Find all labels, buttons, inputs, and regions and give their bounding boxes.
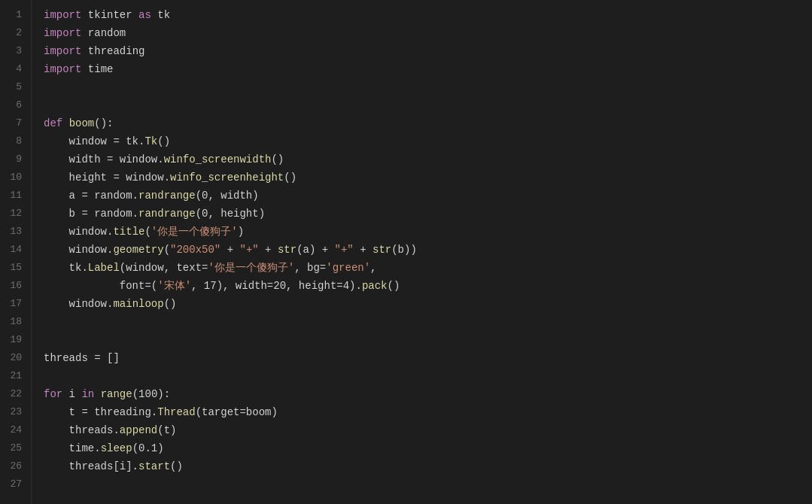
line-number: 14	[6, 241, 22, 259]
code-line	[44, 367, 812, 385]
line-number: 21	[6, 367, 22, 385]
code-line: import time	[44, 60, 812, 78]
line-number: 11	[6, 187, 22, 205]
code-line: t = threading.Thread(target=boom)	[44, 403, 812, 421]
code-line: for i in range(100):	[44, 385, 812, 403]
line-number: 15	[6, 259, 22, 277]
line-number: 24	[6, 421, 22, 439]
code-line: a = random.randrange(0, width)	[44, 187, 812, 205]
line-number: 22	[6, 385, 22, 403]
line-number: 20	[6, 349, 22, 367]
code-line: height = window.winfo_screenheight()	[44, 169, 812, 187]
line-number: 23	[6, 403, 22, 421]
line-number: 4	[6, 60, 22, 78]
code-line: threads.append(t)	[44, 421, 812, 439]
code-line: font=('宋体', 17), width=20, height=4).pac…	[44, 277, 812, 295]
line-number: 7	[6, 114, 22, 132]
line-number: 12	[6, 205, 22, 223]
line-number: 2	[6, 24, 22, 42]
line-number: 25	[6, 439, 22, 457]
code-line	[44, 331, 812, 349]
line-number: 10	[6, 169, 22, 187]
line-number: 27	[6, 475, 22, 493]
line-number: 1	[6, 6, 22, 24]
code-line: tk.Label(window, text='你是一个傻狗子', bg='gre…	[44, 259, 812, 277]
code-line: window.title('你是一个傻狗子')	[44, 223, 812, 241]
line-numbers: 1234567891011121314151617181920212223242…	[0, 0, 32, 504]
code-line: time.sleep(0.1)	[44, 439, 812, 457]
code-line	[44, 475, 812, 493]
line-number: 26	[6, 457, 22, 475]
code-line: import threading	[44, 42, 812, 60]
line-number: 3	[6, 42, 22, 60]
line-number: 18	[6, 313, 22, 331]
code-line: window.mainloop()	[44, 295, 812, 313]
code-line: def boom():	[44, 114, 812, 132]
line-number: 13	[6, 223, 22, 241]
code-line: import tkinter as tk	[44, 6, 812, 24]
code-line: width = window.winfo_screenwidth()	[44, 150, 812, 169]
code-line: b = random.randrange(0, height)	[44, 205, 812, 223]
code-line	[44, 78, 812, 96]
line-number: 16	[6, 277, 22, 295]
line-number: 17	[6, 295, 22, 313]
code-line: threads[i].start()	[44, 457, 812, 475]
code-editor: 1234567891011121314151617181920212223242…	[0, 0, 812, 504]
line-number: 19	[6, 331, 22, 349]
code-content[interactable]: import tkinter as tkimport randomimport …	[32, 0, 812, 504]
line-number: 5	[6, 78, 22, 96]
code-line: threads = []	[44, 349, 812, 367]
code-line: window = tk.Tk()	[44, 132, 812, 150]
code-line	[44, 96, 812, 114]
line-number: 9	[6, 150, 22, 169]
code-line: window.geometry("200x50" + "+" + str(a) …	[44, 241, 812, 259]
code-line	[44, 313, 812, 331]
code-line: import random	[44, 24, 812, 42]
line-number: 8	[6, 132, 22, 150]
line-number: 6	[6, 96, 22, 114]
